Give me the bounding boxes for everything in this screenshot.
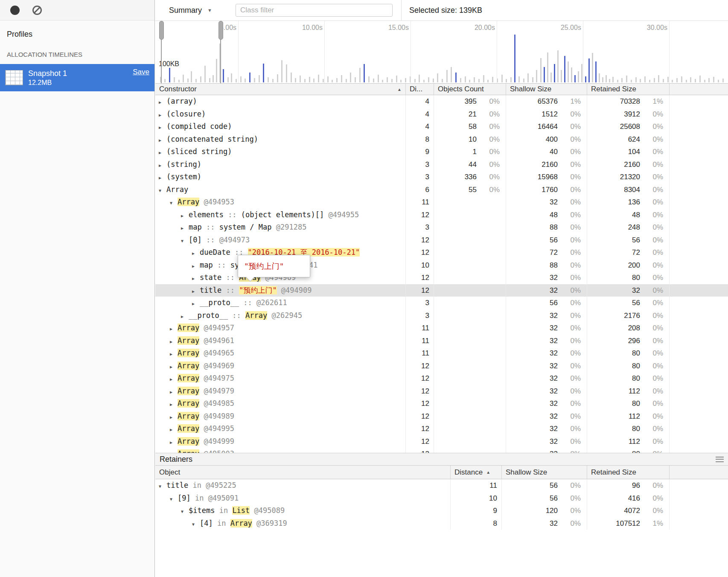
timeline-bar	[216, 59, 217, 82]
expand-icon[interactable]: ▶	[159, 121, 166, 133]
heap-table-row[interactable]: ▶title :: "预约上门" @49490912320%320%	[155, 284, 728, 297]
expand-icon[interactable]: ▶	[170, 323, 178, 335]
heap-table-row[interactable]: ▶Array @49496912320%800%	[155, 360, 728, 373]
heap-table-row[interactable]: ▶(closure)4210%15120%39120%	[155, 108, 728, 121]
heap-table-row[interactable]: ▶Array @49500312320%800%	[155, 448, 728, 453]
heap-table-row[interactable]: ▼Array @49495311320%1360%	[155, 196, 728, 209]
timeline-time-label: 20.00s	[450, 24, 495, 32]
expand-icon[interactable]: ▶	[170, 361, 178, 373]
column-header-distance[interactable]: Distance ▲	[450, 466, 501, 479]
expand-icon[interactable]: ▶	[170, 348, 178, 360]
column-header-constructor[interactable]: Constructor ▲	[155, 84, 405, 95]
collapse-icon[interactable]: ▼	[159, 184, 166, 196]
column-header-object[interactable]: Object	[155, 466, 450, 479]
expand-icon[interactable]: ▶	[170, 436, 178, 448]
expand-icon[interactable]: ▶	[170, 449, 178, 453]
column-header-shallow-size[interactable]: Shallow Size	[506, 84, 587, 95]
save-link[interactable]: Save	[133, 68, 149, 76]
record-button[interactable]	[10, 6, 20, 15]
collapse-icon[interactable]: ▼	[170, 493, 178, 505]
expand-icon[interactable]: ▶	[159, 146, 166, 158]
collapse-icon[interactable]: ▼	[181, 505, 189, 517]
expand-icon[interactable]: ▶	[159, 96, 166, 108]
sidebar-item-snapshot-1[interactable]: Snapshot 1 12.2MB Save	[0, 64, 154, 91]
expand-icon[interactable]: ▶	[170, 411, 178, 423]
expand-icon[interactable]: ▶	[192, 260, 200, 272]
expand-icon[interactable]: ▶	[192, 272, 200, 284]
hamburger-menu-icon[interactable]	[716, 457, 724, 462]
heap-table-row[interactable]: ▼Array6550%17600%83040%	[155, 184, 728, 196]
retainers-table-row[interactable]: ▼$items in List @49508991200%40720%	[155, 504, 728, 517]
retainers-section-bar: Retainers	[155, 453, 728, 466]
clear-button[interactable]	[32, 6, 42, 15]
view-mode-dropdown[interactable]: Summary ▼	[155, 6, 212, 15]
heap-table-row[interactable]: ▶Array @49495711320%2080%	[155, 322, 728, 335]
heap-table-row[interactable]: ▶Array @49496111320%2960%	[155, 335, 728, 347]
column-label: Shallow Size	[506, 468, 547, 477]
collapse-icon[interactable]: ▼	[181, 235, 189, 247]
heap-table-row[interactable]: ▶(concatenated string)8100%4000%6240%	[155, 133, 728, 146]
expand-icon[interactable]: ▶	[170, 423, 178, 435]
class-filter-input[interactable]	[236, 4, 393, 17]
main-toolbar: Summary ▼ Selected size: 139KB	[155, 0, 728, 21]
expand-icon[interactable]: ▶	[181, 310, 189, 322]
heap-table-row[interactable]: ▶(sliced string)910%400%1040%	[155, 146, 728, 158]
timeline-bar	[568, 61, 569, 82]
expand-icon[interactable]: ▶	[170, 335, 178, 347]
expand-icon[interactable]: ▶	[159, 159, 166, 171]
heap-table-row[interactable]: ▶map :: system / Map @2912853880%2480%	[155, 221, 728, 234]
column-header-retained-size[interactable]: Retained Size	[587, 466, 669, 479]
heap-table-row[interactable]: ▶(string)3440%21600%21600%	[155, 158, 728, 171]
timeline-bar	[164, 79, 166, 82]
column-header-objects-count[interactable]: Objects Count	[434, 84, 506, 95]
heap-table-row[interactable]: ▶__proto__ :: @2626113560%560%	[155, 297, 728, 309]
expand-icon[interactable]: ▶	[159, 134, 166, 146]
column-header-shallow-size[interactable]: Shallow Size	[501, 466, 587, 479]
heap-table-row[interactable]: ▶(compiled code)4580%164640%256080%	[155, 120, 728, 133]
heap-table-row[interactable]: ▶Array @49497912320%1120%	[155, 385, 728, 398]
distance-cell: 12	[405, 284, 434, 297]
shallow-size-cell: 320%	[506, 435, 587, 448]
expand-icon[interactable]: ▶	[181, 210, 189, 221]
collapse-icon[interactable]: ▼	[170, 197, 178, 209]
value: 80	[632, 347, 640, 360]
expand-icon[interactable]: ▶	[192, 285, 200, 297]
expand-icon[interactable]: ▶	[192, 297, 200, 309]
expand-icon[interactable]: ▶	[159, 172, 166, 184]
expand-icon[interactable]: ▶	[170, 398, 178, 410]
retainers-table-row[interactable]: ▼[4] in Array @3693198320%1075121%	[155, 517, 728, 530]
heap-table-row[interactable]: ▶(system)33360%159680%213200%	[155, 171, 728, 184]
expand-icon[interactable]: ▶	[170, 373, 178, 385]
timeline-overview[interactable]: 100KB 5.00s10.00s15.00s20.00s25.00s30.00…	[155, 21, 728, 84]
expand-icon[interactable]: ▶	[159, 109, 166, 121]
column-label: Objects Count	[438, 85, 484, 93]
shallow-size-cell: 320%	[506, 360, 587, 373]
heap-table-row[interactable]: ▼[0] :: @49497312560%560%	[155, 234, 728, 247]
heap-table-row[interactable]: ▶Array @49499512320%800%	[155, 423, 728, 435]
expand-icon[interactable]: ▶	[192, 247, 200, 259]
heap-table-row[interactable]: ▶Array @49499912320%1120%	[155, 435, 728, 448]
expand-icon[interactable]: ▶	[181, 222, 189, 234]
heap-table-row[interactable]: ▶Array @49496511320%800%	[155, 347, 728, 360]
heap-table-row[interactable]: ▶(array)43950%653761%703281%	[155, 95, 728, 108]
value: 32	[550, 271, 558, 284]
tree-cell: ▼$items in List @495089	[155, 504, 450, 517]
token: $items	[189, 506, 215, 515]
timeline-bar	[722, 79, 724, 82]
percent: 0%	[640, 284, 663, 297]
heap-table-row[interactable]: ▶Array @49497512320%800%	[155, 372, 728, 385]
retainers-table-row[interactable]: ▼title in @49522511560%960%	[155, 479, 728, 492]
column-header-distance[interactable]: Di...	[405, 84, 434, 95]
column-header-retained-size[interactable]: Retained Size	[587, 84, 669, 95]
timeline-bar	[318, 75, 319, 82]
heap-table-row[interactable]: ▶Array @49498912320%1120%	[155, 410, 728, 423]
heap-table-row[interactable]: ▶__proto__ :: Array @2629453320%21760%	[155, 309, 728, 322]
retainers-table-row[interactable]: ▼[9] in @49509110560%4160%	[155, 492, 728, 505]
timeline-bar	[686, 80, 687, 83]
token: List	[232, 506, 250, 515]
heap-table-row[interactable]: ▶elements :: (object elements)[] @494955…	[155, 209, 728, 221]
expand-icon[interactable]: ▶	[170, 386, 178, 398]
collapse-icon[interactable]: ▼	[192, 518, 200, 530]
collapse-icon[interactable]: ▼	[159, 480, 166, 492]
heap-table-row[interactable]: ▶Array @49498512320%800%	[155, 397, 728, 410]
